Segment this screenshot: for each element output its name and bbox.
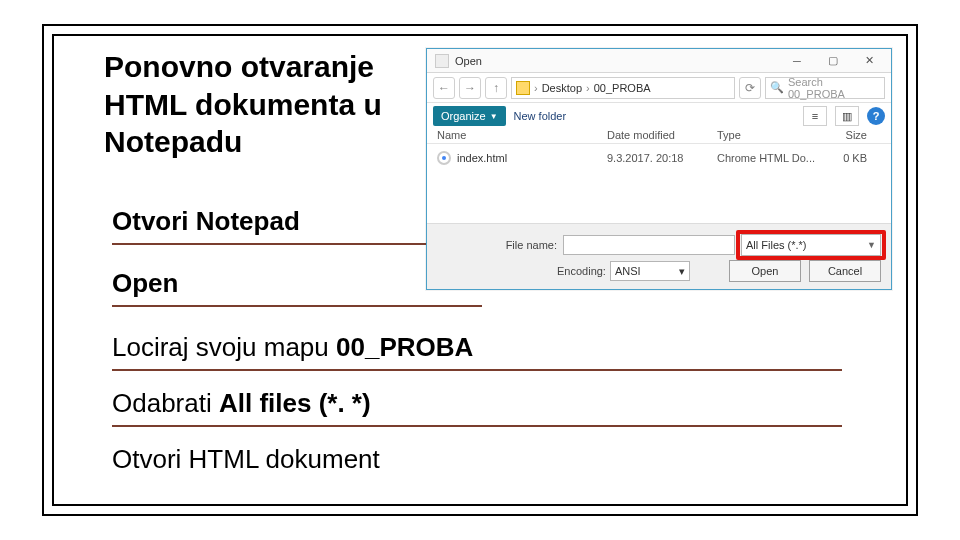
address-bar: ← → ↑ › Desktop › 00_PROBA ⟳ 🔍 Search 00… xyxy=(427,73,891,103)
breadcrumb-part[interactable]: 00_PROBA xyxy=(594,82,651,94)
chevron-down-icon: ▼ xyxy=(490,112,498,121)
slide-inner-frame: Ponovno otvaranje HTML dokumenta u Notep… xyxy=(52,34,908,506)
open-button[interactable]: Open xyxy=(729,260,801,282)
close-button[interactable]: ✕ xyxy=(851,50,887,72)
organize-label: Organize xyxy=(441,110,486,122)
encoding-dropdown[interactable]: ANSI ▾ xyxy=(610,261,690,281)
file-type: Chrome HTML Do... xyxy=(717,152,817,164)
chrome-icon xyxy=(437,151,451,165)
bullet-open-doc: Otvori HTML dokument xyxy=(112,444,842,481)
slide-title: Ponovno otvaranje HTML dokumenta u Notep… xyxy=(104,48,404,161)
file-date: 9.3.2017. 20:18 xyxy=(607,152,717,164)
filetype-value: All Files (*.*) xyxy=(746,239,807,251)
col-size[interactable]: Size xyxy=(817,129,867,141)
cancel-button-label: Cancel xyxy=(828,265,862,277)
back-button[interactable]: ← xyxy=(433,77,455,99)
app-icon xyxy=(435,54,449,68)
col-name[interactable]: Name xyxy=(437,129,607,141)
encoding-value: ANSI xyxy=(615,265,641,277)
toolbar: Organize ▼ New folder ≡ ▥ ? xyxy=(427,103,891,129)
view-mode-button[interactable]: ≡ xyxy=(803,106,827,126)
encoding-label: Encoding: xyxy=(557,265,606,277)
help-button[interactable]: ? xyxy=(867,107,885,125)
folder-icon xyxy=(516,81,530,95)
up-button[interactable]: ↑ xyxy=(485,77,507,99)
filename-label: File name: xyxy=(437,239,557,251)
chevron-right-icon: › xyxy=(534,82,538,94)
slide-outer-frame: Ponovno otvaranje HTML dokumenta u Notep… xyxy=(42,24,918,516)
file-size: 0 KB xyxy=(817,152,867,164)
bullet-text: Lociraj svoju mapu xyxy=(112,332,336,362)
bullet-select-allfiles: Odabrati All files (*. *) xyxy=(112,388,842,427)
file-list: index.html 9.3.2017. 20:18 Chrome HTML D… xyxy=(427,144,891,214)
search-icon: 🔍 xyxy=(770,81,784,94)
chevron-down-icon: ▾ xyxy=(679,265,685,278)
breadcrumb[interactable]: › Desktop › 00_PROBA xyxy=(511,77,735,99)
preview-pane-button[interactable]: ▥ xyxy=(835,106,859,126)
forward-button[interactable]: → xyxy=(459,77,481,99)
filename-input[interactable] xyxy=(563,235,735,255)
open-dialog: Open ─ ▢ ✕ ← → ↑ › Desktop › 00_PROBA ⟳ xyxy=(426,48,892,290)
maximize-button[interactable]: ▢ xyxy=(815,50,851,72)
dialog-bottom: File name: All Files (*.*) ▼ Encoding: A… xyxy=(427,223,891,289)
minimize-button[interactable]: ─ xyxy=(779,50,815,72)
organize-button[interactable]: Organize ▼ xyxy=(433,106,506,126)
chevron-down-icon: ▼ xyxy=(867,240,876,250)
titlebar: Open ─ ▢ ✕ xyxy=(427,49,891,73)
open-button-label: Open xyxy=(752,265,779,277)
column-headers[interactable]: Name Date modified Type Size xyxy=(427,129,891,144)
filetype-dropdown[interactable]: All Files (*.*) ▼ xyxy=(741,234,881,256)
bullet-bold: 00_PROBA xyxy=(336,332,473,362)
search-input[interactable]: 🔍 Search 00_PROBA xyxy=(765,77,885,99)
refresh-button[interactable]: ⟳ xyxy=(739,77,761,99)
cancel-button[interactable]: Cancel xyxy=(809,260,881,282)
breadcrumb-part[interactable]: Desktop xyxy=(542,82,582,94)
search-placeholder: Search 00_PROBA xyxy=(788,76,880,100)
col-date[interactable]: Date modified xyxy=(607,129,717,141)
new-folder-button[interactable]: New folder xyxy=(514,110,567,122)
bullet-locate-folder: Lociraj svoju mapu 00_PROBA xyxy=(112,332,842,371)
chevron-right-icon: › xyxy=(586,82,590,94)
file-name: index.html xyxy=(457,152,607,164)
file-row[interactable]: index.html 9.3.2017. 20:18 Chrome HTML D… xyxy=(437,148,881,168)
bullet-text: Odabrati xyxy=(112,388,219,418)
col-type[interactable]: Type xyxy=(717,129,817,141)
dialog-title: Open xyxy=(455,55,482,67)
bullet-bold: All files (*. *) xyxy=(219,388,371,418)
